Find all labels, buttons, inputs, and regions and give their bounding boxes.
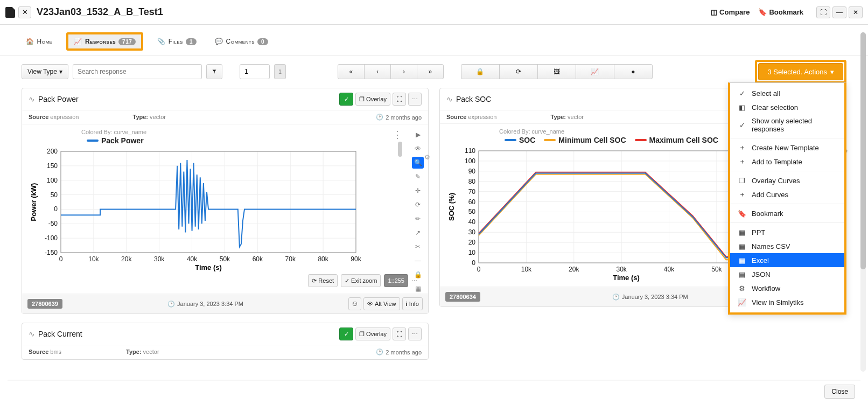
crosshair-tool[interactable]: ✛ — [412, 185, 424, 197]
minus-tool[interactable]: — — [412, 255, 424, 267]
dd-ppt[interactable]: ▦PPT — [730, 225, 844, 239]
expand-button[interactable]: ⛶ — [393, 328, 406, 340]
svg-text:-100: -100 — [45, 234, 58, 242]
tab-responses[interactable]: 📈Responses717 — [66, 32, 143, 51]
tab-files[interactable]: 📎Files1 — [153, 36, 201, 47]
arrow-tool[interactable]: ↗ — [412, 227, 424, 239]
more-button[interactable]: ⋯ — [408, 93, 422, 106]
dd-json[interactable]: ▤JSON — [730, 267, 844, 281]
separator — [730, 204, 844, 204]
dd-new-template[interactable]: ＋Create New Template — [730, 141, 844, 155]
kebab-icon[interactable]: ⋮ — [393, 129, 402, 141]
play-tool[interactable]: ▶ — [412, 129, 424, 141]
cut-tool[interactable]: ✂ — [412, 241, 424, 253]
svg-text:60k: 60k — [253, 255, 263, 263]
edit-tool[interactable]: ✏ — [412, 213, 424, 225]
expand-button[interactable]: ⛶ — [393, 93, 406, 106]
first-page-button[interactable]: « — [338, 64, 365, 79]
chart-pack-power[interactable]: ⋮ ▶ 👁 🔍 ✎ ✛ ⟳ ✏ ↗ ✂ — 🔒 ▦ ⚙ Colore — [22, 124, 428, 294]
fullscreen-button[interactable]: ⛶ — [816, 6, 830, 18]
last-page-button[interactable]: » — [417, 64, 444, 79]
plus-icon: ＋ — [738, 190, 746, 199]
overlay-button[interactable]: ❐Overlay — [355, 328, 390, 340]
scroll-handle[interactable] — [398, 142, 402, 157]
svg-text:SOC (%): SOC (%) — [447, 193, 456, 221]
clock-icon: 🕑 — [376, 349, 383, 356]
lock-button[interactable]: 🔒 — [461, 64, 500, 79]
panel-pack-current: ∿Pack Current ✓ ❐Overlay ⛶ ⋯ Source bms … — [22, 323, 429, 360]
picker-tool[interactable]: ✎ — [412, 171, 424, 183]
chart-button[interactable]: 📈 — [576, 64, 614, 79]
dd-select-all[interactable]: ✓Select all — [730, 86, 844, 100]
dd-csv[interactable]: ▦Names CSV — [730, 239, 844, 253]
close-button[interactable]: Close — [824, 385, 855, 399]
refresh-button[interactable]: ⟳ — [499, 64, 538, 79]
tab-home[interactable]: 🏠Home — [22, 36, 57, 47]
id-badge: 27800639 — [27, 299, 62, 309]
refresh-tool[interactable]: ⟳ — [412, 199, 424, 211]
grid-tool[interactable]: ▦ — [412, 283, 424, 295]
more-button[interactable]: ⋯ — [408, 328, 422, 340]
alt-view-button[interactable]: 👁Alt View — [363, 297, 400, 310]
dd-workflow[interactable]: ⚙Workflow — [730, 281, 844, 295]
compare-button[interactable]: ◫Compare — [709, 6, 752, 18]
gear-icon[interactable]: ⚙ — [424, 154, 430, 161]
svg-text:0: 0 — [59, 255, 63, 263]
actions-dropdown-button[interactable]: 3 Selected. Actions ▾ — [758, 63, 843, 80]
bookmark-button[interactable]: 🔖Bookmark — [756, 6, 806, 18]
dd-simlytiks[interactable]: 📈View in Simlytiks — [730, 295, 844, 309]
dd-show-selected[interactable]: ✓Show only selected responses — [730, 114, 844, 136]
exit-zoom-button[interactable]: ✓Exit zoom — [341, 274, 381, 287]
separator — [730, 171, 844, 171]
panel-pack-power: ∿Pack Power ✓ ❐Overlay ⛶ ⋯ Source expres… — [22, 88, 429, 314]
actions-dropdown-menu: ✓Select all ◧Clear selection ✓Show only … — [728, 82, 846, 315]
tree-button[interactable]: ⚇ — [348, 297, 361, 310]
svg-text:50: 50 — [468, 208, 476, 215]
svg-text:0: 0 — [54, 205, 58, 213]
dd-bookmark[interactable]: 🔖Bookmark — [730, 206, 844, 220]
filter-button[interactable] — [206, 64, 222, 79]
check-button[interactable]: ✓ — [339, 93, 353, 106]
search-input[interactable] — [73, 64, 202, 79]
wave-icon: ∿ — [29, 330, 35, 338]
page-input[interactable] — [240, 64, 270, 79]
actions-wrap: 3 Selected. Actions ▾ ✓Select all ◧Clear… — [755, 60, 846, 83]
minimize-button[interactable]: — — [832, 6, 846, 18]
chart-icon: 📈 — [591, 68, 599, 75]
image-button[interactable]: 🖼 — [537, 64, 576, 79]
separator — [730, 222, 844, 223]
zoom-tool[interactable]: 🔍 — [412, 157, 424, 169]
eye-tool[interactable]: 👁 — [412, 143, 424, 155]
svg-text:10k: 10k — [88, 255, 99, 263]
dd-add-template[interactable]: ＋Add to Template — [730, 155, 844, 169]
workflow-icon: ⚙ — [738, 284, 746, 292]
prev-page-button[interactable]: ‹ — [364, 64, 391, 79]
chart-line-icon: 📈 — [74, 38, 82, 45]
svg-text:10: 10 — [468, 249, 476, 256]
lock-tool[interactable]: 🔒 — [412, 269, 424, 281]
bookmark-icon: 🔖 — [758, 8, 767, 16]
file-icon — [5, 7, 15, 18]
next-page-button[interactable]: › — [390, 64, 417, 79]
dd-excel[interactable]: ▦Excel — [730, 253, 844, 267]
check-icon: ✓ — [738, 121, 746, 129]
close-window-button[interactable]: ✕ — [849, 6, 863, 18]
scrollbar-thumb[interactable] — [860, 32, 866, 269]
close-tab-button[interactable]: ✕ — [18, 6, 31, 18]
bookmark-icon: 🔖 — [738, 209, 746, 218]
dd-add-curves[interactable]: ＋Add Curves — [730, 187, 844, 201]
svg-text:200: 200 — [47, 148, 58, 155]
overlay-button[interactable]: ❐Overlay — [355, 93, 390, 106]
reset-button[interactable]: ⟳Reset — [308, 274, 338, 287]
record-button[interactable]: ● — [614, 64, 653, 79]
dd-overlay[interactable]: ❐Overlay Curves — [730, 173, 844, 187]
dd-clear[interactable]: ◧Clear selection — [730, 100, 844, 114]
scrollbar-vertical[interactable] — [860, 32, 866, 372]
view-type-dropdown[interactable]: View Type ▾ — [22, 64, 68, 79]
eye-icon: 👁 — [367, 301, 373, 307]
legend-swatch — [544, 139, 556, 141]
check-button[interactable]: ✓ — [339, 328, 353, 340]
image-icon: 🖼 — [554, 68, 560, 75]
tab-comments[interactable]: 💬Comments0 — [211, 36, 272, 47]
info-button[interactable]: i Info — [402, 297, 423, 310]
